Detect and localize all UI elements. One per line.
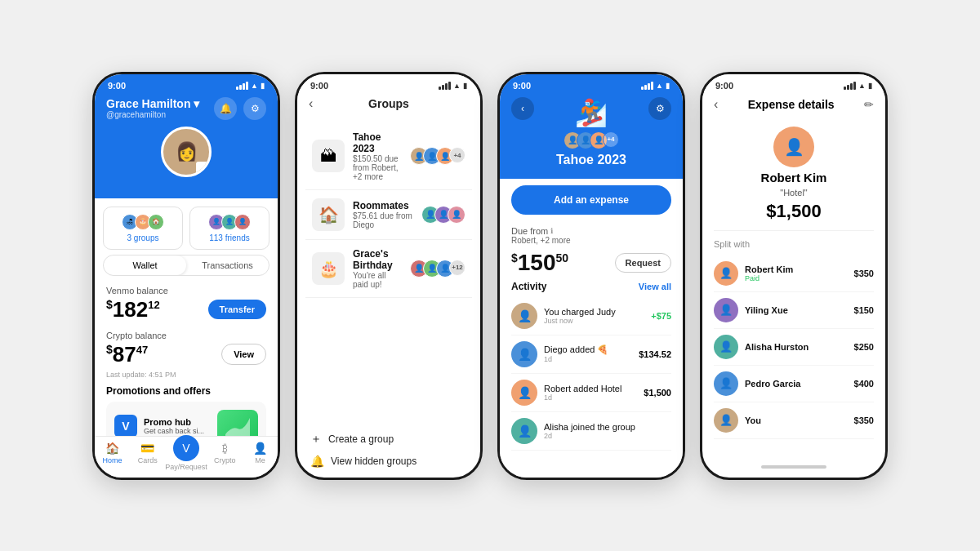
promo-card[interactable]: V Promo hub Get cash back si... bbox=[106, 402, 266, 436]
activity-avatar: 👤 bbox=[511, 341, 537, 367]
settings-button[interactable]: ⚙ bbox=[648, 97, 671, 120]
split-list: 👤 Robert Kim Paid $350 👤 Yiling Xue $150 bbox=[714, 256, 874, 439]
currency-symbol: $ bbox=[106, 343, 113, 356]
cards-icon: 💳 bbox=[140, 442, 154, 455]
back-arrow-icon[interactable]: ‹ bbox=[309, 96, 313, 111]
activity-amount: +$75 bbox=[651, 311, 671, 321]
tab-transactions[interactable]: Transactions bbox=[186, 256, 269, 275]
crypto-balance-label: Crypto balance bbox=[106, 331, 266, 340]
nav-pay[interactable]: V Pay/Request bbox=[165, 442, 207, 471]
split-item: 👤 Alisha Hurston $250 bbox=[714, 329, 874, 366]
due-cents: 50 bbox=[556, 251, 569, 264]
nav-me[interactable]: 👤 Me bbox=[243, 442, 278, 471]
transfer-button[interactable]: Transfer bbox=[208, 300, 266, 319]
request-button[interactable]: Request bbox=[615, 253, 671, 273]
group-item-roommates[interactable]: 🏠 Roommates $75.61 due from Diego 👤 👤 👤 bbox=[305, 190, 472, 240]
tab-wallet[interactable]: Wallet bbox=[104, 256, 186, 275]
group-item-birthday[interactable]: 🎂 Grace's Birthday You're all paid up! 👤… bbox=[305, 240, 472, 298]
wifi-icon: ▲ bbox=[453, 82, 461, 90]
due-from-label: Due from bbox=[511, 226, 548, 236]
split-item: 👤 Yiling Xue $150 bbox=[714, 292, 874, 329]
activity-item: 👤 Robert added Hotel 1d $1,500 bbox=[511, 374, 671, 412]
person-name: Robert Kim bbox=[761, 171, 827, 184]
more-members-badge: +4 bbox=[449, 147, 466, 163]
groups-box[interactable]: 🏖 🎂 🏠 3 groups bbox=[103, 207, 183, 250]
group-sub: You're all paid up! bbox=[353, 271, 402, 289]
friends-box[interactable]: 👤 👤 👤 113 friends bbox=[189, 207, 270, 250]
group-item-tahoe[interactable]: 🏔 Tahoe 2023 $150.50 due from Robert, +2… bbox=[305, 123, 472, 190]
split-avatar: 👤 bbox=[714, 298, 738, 322]
split-amount: $350 bbox=[854, 269, 874, 278]
phone3-header: ‹ 🏂 👤 👤 👤 +4 Tahoe 2023 ⚙ bbox=[500, 94, 683, 179]
view-all-link[interactable]: View all bbox=[639, 282, 671, 291]
more-members-badge: +12 bbox=[449, 260, 466, 276]
activity-avatar: 👤 bbox=[511, 380, 537, 406]
create-group-item[interactable]: ＋ Create a group bbox=[310, 432, 467, 447]
split-amount: $150 bbox=[854, 305, 874, 315]
back-arrow-icon[interactable]: ‹ bbox=[714, 97, 718, 112]
group-name: Roommates bbox=[353, 200, 413, 211]
split-name: Yiling Xue bbox=[745, 305, 848, 315]
group-name: Tahoe 2023 bbox=[353, 131, 402, 154]
view-button[interactable]: View bbox=[221, 344, 266, 365]
home-icon: 🏠 bbox=[105, 442, 119, 455]
split-name: You bbox=[745, 415, 848, 425]
promos-label: Promotions and offers bbox=[106, 385, 266, 397]
friends-count: 113 friends bbox=[209, 233, 249, 242]
person-avatar: 👤 bbox=[773, 127, 814, 167]
user-name: Grace Hamilton ▾ bbox=[106, 97, 199, 110]
qr-icon[interactable]: ⊞ bbox=[196, 162, 211, 176]
split-name: Pedro Garcia bbox=[745, 379, 848, 389]
activity-time: 2d bbox=[544, 432, 671, 440]
wifi-icon: ▲ bbox=[656, 82, 663, 90]
balance-section: Venmo balance $18212 Transfer Crypto bal… bbox=[95, 282, 278, 436]
groups-title: Groups bbox=[368, 97, 409, 110]
wifi-icon: ▲ bbox=[858, 82, 866, 90]
add-expense-button[interactable]: Add an expense bbox=[511, 185, 671, 215]
activity-text: Robert added Hotel bbox=[544, 384, 637, 393]
split-name: Robert Kim bbox=[745, 264, 848, 274]
due-from-sub: Robert, +2 more bbox=[511, 236, 671, 245]
back-button[interactable]: ‹ bbox=[511, 97, 534, 120]
phone4-status-bar: 9:00 ▲ ▮ bbox=[702, 74, 885, 94]
expense-details-title: Expense details bbox=[748, 98, 835, 111]
settings-icon[interactable]: ⚙ bbox=[243, 97, 266, 120]
bell-icon: 🔔 bbox=[310, 455, 324, 468]
phone3-status-bar: 9:00 ▲ ▮ bbox=[500, 74, 683, 94]
nav-home[interactable]: 🏠 Home bbox=[95, 442, 130, 471]
split-item: 👤 You $350 bbox=[714, 402, 874, 439]
signal-icon bbox=[641, 82, 653, 90]
group-sub: $75.61 due from Diego bbox=[353, 211, 413, 229]
group-emoji-roommates: 🏠 bbox=[312, 198, 345, 231]
crypto-balance: $8747 bbox=[106, 342, 148, 367]
group-name: Grace's Birthday bbox=[353, 248, 402, 271]
nav-cards[interactable]: 💳 Cards bbox=[130, 442, 165, 471]
notification-icon[interactable]: 🔔 bbox=[214, 97, 237, 120]
venmo-balance: $18212 bbox=[106, 297, 160, 322]
split-avatar: 👤 bbox=[714, 261, 738, 286]
phone2-header: ‹ Groups bbox=[297, 94, 480, 118]
group-avatar: 👤 bbox=[448, 206, 466, 224]
phone1-time: 9:00 bbox=[108, 81, 126, 91]
due-section: Due from ℹ Robert, +2 more $15050 Reques… bbox=[500, 221, 683, 281]
activity-avatar: 👤 bbox=[511, 418, 537, 444]
split-amount: $400 bbox=[854, 379, 874, 389]
create-group-label: Create a group bbox=[328, 433, 394, 445]
activity-text: You charged Judy bbox=[544, 307, 644, 317]
expense-person: 👤 Robert Kim "Hotel" $1,500 bbox=[714, 118, 874, 231]
info-icon: ℹ bbox=[550, 227, 553, 235]
split-avatar: 👤 bbox=[714, 371, 738, 396]
wallet-tabs: Wallet Transactions bbox=[103, 255, 270, 276]
nav-crypto[interactable]: ₿ Crypto bbox=[207, 442, 243, 471]
view-hidden-item[interactable]: 🔔 View hidden groups bbox=[310, 455, 467, 468]
battery-icon: ▮ bbox=[868, 82, 872, 90]
split-amount: $350 bbox=[854, 415, 874, 425]
phone3-body: Add an expense Due from ℹ Robert, +2 mor… bbox=[500, 179, 683, 478]
activity-amount: $1,500 bbox=[644, 388, 671, 398]
group-emoji-tahoe: 🏔 bbox=[312, 140, 345, 172]
phone2: 9:00 ▲ ▮ ‹ Groups bbox=[295, 72, 483, 480]
venmo-balance-label: Venmo balance bbox=[106, 286, 266, 295]
due-amount: $15050 bbox=[511, 250, 568, 276]
edit-icon[interactable]: ✏ bbox=[864, 98, 874, 111]
currency-symbol: $ bbox=[106, 298, 113, 311]
